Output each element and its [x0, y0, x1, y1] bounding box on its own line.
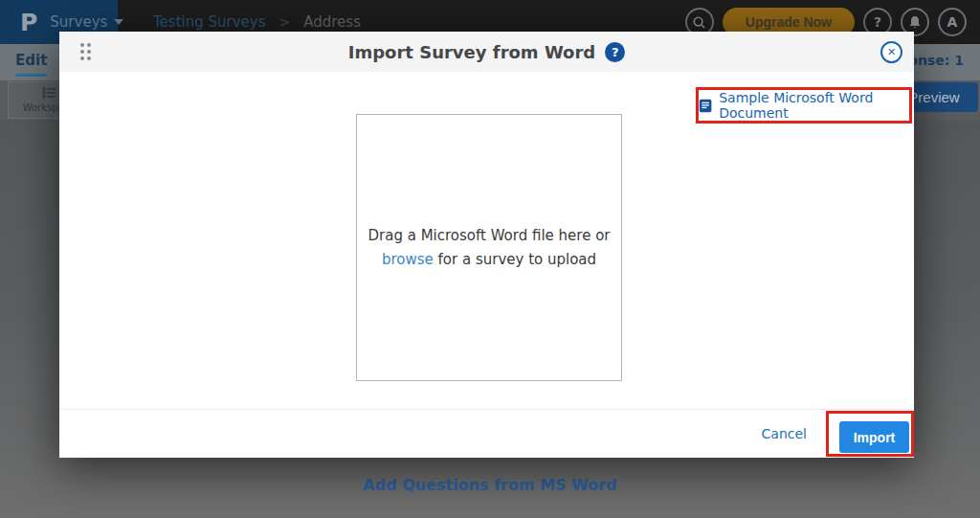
dropzone-line2: for a survey to upload	[434, 251, 596, 268]
avatar[interactable]: A	[938, 8, 967, 36]
dropzone-line1: Drag a Microsoft Word file here or	[368, 227, 610, 244]
screen: P Surveys Testing Surveys > Address Upgr…	[0, 0, 980, 518]
cancel-button[interactable]: Cancel	[762, 426, 807, 441]
modal-header: Import Survey from Word ? ✕	[59, 32, 914, 72]
modal-help-icon[interactable]: ?	[605, 42, 625, 62]
tab-edit[interactable]: Edit	[15, 52, 47, 77]
footer-divider	[59, 409, 914, 410]
add-questions-from-ms-word-link[interactable]: Add Questions from MS Word	[0, 476, 980, 494]
import-survey-modal: Import Survey from Word ? ✕ Sample Micro…	[59, 32, 914, 458]
surveys-dropdown[interactable]: Surveys	[50, 13, 123, 31]
breadcrumb-current: Address	[303, 13, 361, 31]
file-dropzone[interactable]: Drag a Microsoft Word file here or brows…	[356, 114, 622, 381]
breadcrumb-separator: >	[279, 14, 291, 30]
import-button-annotation-box: Import	[826, 411, 914, 457]
browse-link[interactable]: browse	[382, 251, 434, 268]
proprofs-logo: P	[20, 11, 37, 34]
sample-word-document-link[interactable]: Sample Microsoft Word Document	[719, 90, 909, 121]
search-icon	[692, 15, 706, 30]
surveys-dropdown-label: Surveys	[50, 13, 107, 31]
drag-handle-icon[interactable]	[80, 43, 91, 60]
sample-link-annotation-box: Sample Microsoft Word Document	[696, 87, 912, 124]
workspace-icon	[41, 87, 56, 101]
word-document-icon	[699, 98, 712, 114]
import-button[interactable]: Import	[839, 421, 909, 453]
close-icon[interactable]: ✕	[880, 41, 902, 63]
breadcrumb-parent-link[interactable]: Testing Surveys	[153, 13, 266, 31]
dropzone-instructions: Drag a Microsoft Word file here or brows…	[368, 224, 610, 272]
chevron-down-icon	[114, 19, 123, 25]
bell-icon	[908, 15, 922, 30]
modal-title: Import Survey from Word	[348, 42, 596, 62]
